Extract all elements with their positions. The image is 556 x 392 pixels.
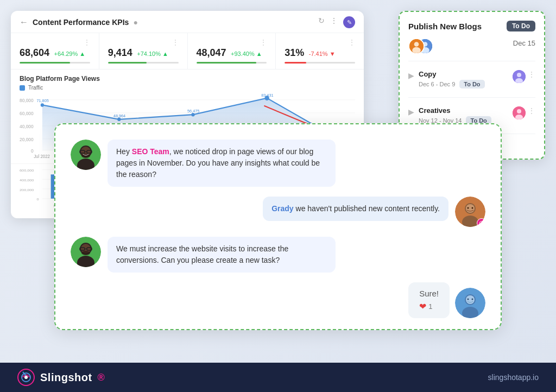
- metric-3-value: 48,047 +93.40% ▲: [197, 47, 267, 59]
- subtask-copy-meta: Dec 6 - Dec 9 To Do: [419, 80, 513, 88]
- svg-point-67: [412, 47, 421, 54]
- chat-avatar-2: @: [455, 197, 485, 227]
- metric-4-change: -7.41% ▼: [309, 50, 336, 57]
- svg-text:71,805: 71,805: [36, 98, 48, 103]
- chat-bubble-2: Grady we haven't published new content r…: [263, 197, 448, 221]
- chat-last-message-area: Sure! ❤ 1: [71, 282, 485, 318]
- svg-point-102: [466, 295, 475, 304]
- chat-message-1: Hey SEO Team, we noticed drop in page vi…: [71, 140, 485, 187]
- chat-avatar-4: [455, 288, 485, 318]
- heart-icon: ❤: [419, 301, 426, 312]
- task-title: Publish New Blogs: [408, 22, 482, 31]
- metric-1-dots[interactable]: ⋮: [84, 39, 90, 46]
- subtask-copy-avatar: [513, 70, 526, 83]
- svg-point-84: [81, 154, 90, 158]
- chat-sure-bubble: Sure! ❤ 1: [408, 282, 450, 318]
- chat-message-3: We must increase the website visits to i…: [71, 237, 485, 273]
- subtask-copy: ▶ Copy Dec 6 - Dec 9 To Do ⋮: [408, 66, 535, 93]
- chat-avatar-3: [71, 237, 101, 267]
- svg-text:Jul 2022: Jul 2022: [34, 154, 50, 159]
- kpi-metric-4: ⋮ 31% -7.41% ▼: [276, 33, 364, 69]
- svg-point-98: [81, 251, 90, 255]
- subtask-copy-icon: ▶: [408, 71, 414, 80]
- kpi-metric-2: ⋮ 9,414 +74.10% ▲: [99, 33, 188, 69]
- svg-point-75: [517, 109, 521, 113]
- svg-point-103: [467, 299, 469, 300]
- metric-3-change: +93.40% ▲: [231, 50, 262, 57]
- chat-text-grady: Grady: [271, 204, 293, 213]
- svg-text:40,000: 40,000: [20, 124, 34, 129]
- kpi-header: ← Content Performance KPIs ● ↻ ⋮ ✎: [11, 11, 364, 33]
- chart-legend: Traffic: [20, 85, 355, 91]
- chat-text-seo: SEO Team: [132, 147, 169, 156]
- metric-4-value: 31% -7.41% ▼: [285, 47, 355, 59]
- kpi-metrics: ⋮ 68,604 +64.29% ▲ ⋮ 9,414 +74.10% ▲: [11, 33, 364, 69]
- svg-point-66: [414, 42, 419, 47]
- kpi-title: Content Performance KPIs: [33, 18, 129, 27]
- kpi-metric-1: ⋮ 68,604 +64.29% ▲: [11, 33, 99, 69]
- svg-point-11: [41, 103, 44, 107]
- metric-1-change: +64.29% ▲: [54, 50, 86, 57]
- at-badge: @: [477, 218, 485, 227]
- chat-text-1a: Hey: [116, 147, 132, 156]
- svg-point-88: [466, 204, 475, 213]
- svg-text:56,475: 56,475: [187, 109, 199, 113]
- trademark: ®: [98, 372, 105, 383]
- metric-4-dots[interactable]: ⋮: [349, 39, 355, 46]
- chat-text-2: we haven't published new content recentl…: [294, 204, 440, 213]
- subtask-copy-info: Copy Dec 6 - Dec 9 To Do: [419, 70, 513, 88]
- subtask-copy-badge: To Do: [459, 80, 484, 88]
- subtask-creatives-name: Creatives: [419, 106, 513, 115]
- refresh-icon[interactable]: ↻: [318, 16, 325, 28]
- edit-icon[interactable]: ✎: [343, 16, 355, 28]
- svg-text:80,000: 80,000: [20, 98, 34, 103]
- svg-text:83,431: 83,431: [261, 94, 273, 98]
- footer-logo: Slingshot ®: [17, 369, 105, 386]
- chat-card: Hey SEO Team, we noticed drop in page vi…: [54, 123, 502, 330]
- avatar-1: [408, 38, 425, 54]
- legend-text: Traffic: [28, 85, 43, 91]
- chat-text-3: We must increase the website visits to i…: [116, 244, 288, 264]
- task-avatars: [408, 38, 430, 54]
- chat-bubble-1: Hey SEO Team, we noticed drop in page vi…: [108, 140, 336, 187]
- svg-point-89: [467, 207, 469, 209]
- svg-text:60,000: 60,000: [20, 111, 34, 116]
- metric-2-value: 9,414 +74.10% ▲: [108, 47, 179, 59]
- svg-text:0: 0: [36, 198, 39, 201]
- footer-logo-text: Slingshot: [40, 371, 92, 384]
- footer-url: slingshotapp.io: [488, 373, 539, 382]
- svg-point-104: [472, 299, 473, 300]
- metric-2-dots[interactable]: ⋮: [172, 39, 179, 46]
- chat-bubble-3: We must increase the website visits to i…: [108, 237, 336, 273]
- chat-sure-block: Sure! ❤ 1: [408, 282, 450, 318]
- svg-text:400,000: 400,000: [20, 178, 34, 181]
- back-button[interactable]: ←: [20, 17, 28, 27]
- subtask-creatives-info: Creatives Nov 12 - Nov 14 To Do: [419, 106, 513, 125]
- slingshot-logo-icon: [17, 369, 35, 386]
- subtask-creatives-dots[interactable]: ⋮: [528, 106, 535, 115]
- svg-point-72: [517, 73, 521, 77]
- svg-text:0: 0: [31, 148, 34, 154]
- chat-reaction: ❤ 1: [419, 301, 439, 312]
- chart-title: Blog Platform Page Views: [20, 75, 355, 83]
- svg-text:200,000: 200,000: [20, 188, 34, 191]
- metric-3-dots[interactable]: ⋮: [260, 39, 267, 46]
- task-card-header: Publish New Blogs To Do: [408, 21, 535, 31]
- svg-point-13: [191, 113, 194, 117]
- metric-2-change: +74.10% ▲: [137, 50, 168, 57]
- subtask-creatives-icon: ▶: [408, 108, 414, 116]
- chat-sure-text: Sure!: [419, 289, 439, 298]
- subtask-copy-dates: Dec 6 - Dec 9: [419, 81, 455, 87]
- reaction-count: 1: [428, 302, 432, 311]
- subtask-copy-dots[interactable]: ⋮: [528, 70, 535, 79]
- svg-text:48,964: 48,964: [113, 113, 125, 118]
- svg-text:600,000: 600,000: [20, 169, 34, 172]
- task-date: Dec 15: [513, 39, 535, 47]
- svg-point-107: [24, 376, 28, 379]
- chat-message-2: @ Grady we haven't published new content…: [71, 197, 485, 227]
- subtask-copy-name: Copy: [419, 70, 513, 78]
- chat-avatar-1: [71, 140, 101, 170]
- footer-bar: Slingshot ® slingshotapp.io: [0, 363, 556, 392]
- more-icon[interactable]: ⋮: [330, 16, 338, 28]
- metric-1-value: 68,604 +64.29% ▲: [20, 47, 90, 59]
